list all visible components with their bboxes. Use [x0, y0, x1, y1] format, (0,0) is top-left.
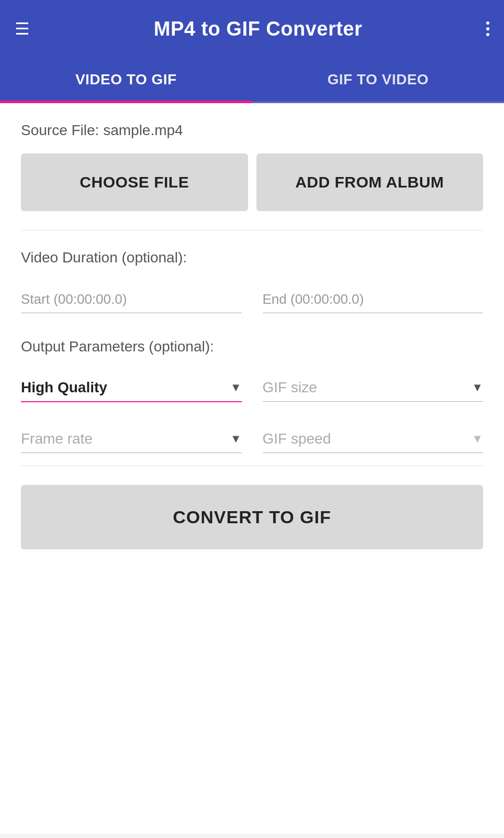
quality-dropdown-group: High Quality ▼ — [21, 374, 242, 402]
gif-size-dropdown-group: GIF size ▼ — [263, 374, 484, 402]
duration-input-row — [21, 285, 483, 313]
gif-speed-chevron-down-icon: ▼ — [472, 432, 483, 446]
output-parameters-label: Output Parameters (optional): — [21, 338, 483, 355]
convert-to-gif-button[interactable]: CONVERT TO GIF — [21, 485, 483, 549]
add-from-album-button[interactable]: ADD FROM ALBUM — [256, 153, 484, 211]
frame-rate-dropdown[interactable]: Frame rate ▼ — [21, 425, 242, 453]
gif-size-dropdown[interactable]: GIF size ▼ — [263, 374, 484, 402]
quality-value: High Quality — [21, 379, 107, 396]
dot3 — [486, 33, 489, 36]
source-file-label: Source File: sample.mp4 — [21, 122, 483, 139]
divider-2 — [21, 466, 483, 466]
gif-speed-dropdown-group: GIF speed ▼ — [263, 425, 484, 453]
tab-bar: VIDEO TO GIF GIF TO VIDEO — [0, 58, 504, 103]
start-time-input[interactable] — [21, 285, 242, 313]
dot2 — [486, 27, 489, 30]
frame-rate-speed-row: Frame rate ▼ GIF speed ▼ — [21, 425, 483, 453]
file-buttons-row: CHOOSE FILE ADD FROM ALBUM — [21, 153, 483, 211]
app-title: MP4 to GIF Converter — [154, 18, 363, 40]
gif-speed-placeholder: GIF speed — [263, 431, 331, 447]
quality-dropdown[interactable]: High Quality ▼ — [21, 374, 242, 402]
output-parameters-section: Output Parameters (optional): High Quali… — [21, 338, 483, 453]
divider-1 — [21, 230, 483, 230]
frame-rate-dropdown-group: Frame rate ▼ — [21, 425, 242, 453]
end-time-group — [263, 285, 484, 313]
gif-speed-dropdown[interactable]: GIF speed ▼ — [263, 425, 484, 453]
frame-rate-chevron-down-icon: ▼ — [230, 432, 242, 446]
main-content: Source File: sample.mp4 CHOOSE FILE ADD … — [0, 103, 504, 834]
quality-size-row: High Quality ▼ GIF size ▼ — [21, 374, 483, 402]
gif-size-placeholder: GIF size — [263, 379, 317, 396]
dot1 — [486, 21, 489, 25]
hamburger-icon[interactable]: ☰ — [15, 20, 30, 37]
tab-gif-to-video[interactable]: GIF TO VIDEO — [252, 58, 505, 102]
frame-rate-placeholder: Frame rate — [21, 431, 93, 447]
app-header: ☰ MP4 to GIF Converter — [0, 0, 504, 58]
gif-size-chevron-down-icon: ▼ — [472, 381, 483, 394]
end-time-input[interactable] — [263, 285, 484, 313]
quality-chevron-down-icon: ▼ — [230, 381, 242, 394]
tab-video-to-gif[interactable]: VIDEO TO GIF — [0, 58, 252, 102]
start-time-group — [21, 285, 242, 313]
more-options-icon[interactable] — [486, 19, 489, 38]
video-duration-label: Video Duration (optional): — [21, 249, 483, 266]
choose-file-button[interactable]: CHOOSE FILE — [21, 153, 248, 211]
